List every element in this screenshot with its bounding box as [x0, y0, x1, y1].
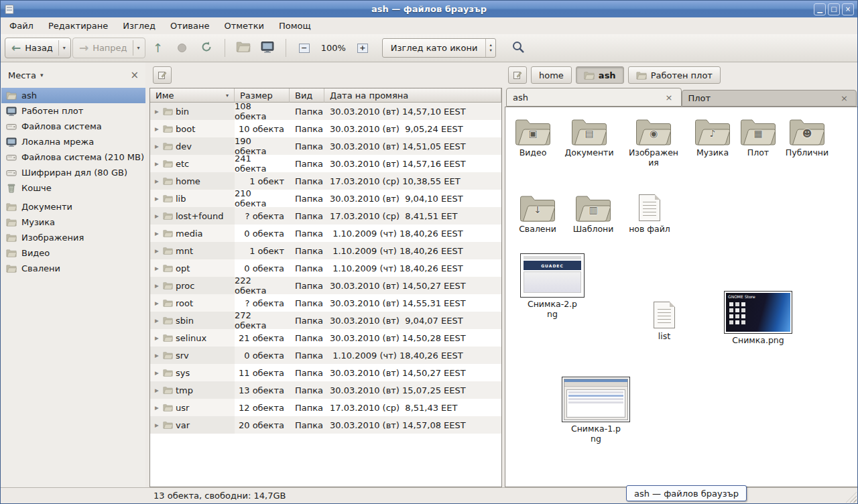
menu-file[interactable]: Файл	[2, 19, 41, 33]
expander-icon[interactable]: ▶	[154, 143, 160, 149]
icon-snimka-1[interactable]: Снимка-1.png	[559, 377, 633, 444]
tab-close-icon[interactable]: ×	[664, 93, 675, 102]
reload-button[interactable]	[195, 38, 218, 58]
mid-pane-location-button[interactable]	[153, 66, 172, 84]
minimize-button[interactable]: ▁	[814, 3, 826, 15]
resize-grip[interactable]	[846, 492, 857, 503]
expander-icon[interactable]: ▶	[154, 248, 160, 254]
icon-snimka-2[interactable]: GUADECСнимка-2.png	[515, 253, 589, 320]
tab-close-icon[interactable]: ×	[839, 94, 850, 103]
menu-bookmarks[interactable]: Отметки	[217, 19, 271, 33]
tree-row-proc[interactable]: ▶proc222 обектаПапка30.03.2010 (вт) 14,5…	[150, 277, 501, 294]
tree-row-var[interactable]: ▶var20 обектаПапка30.03.2010 (вт) 14,57,…	[150, 416, 501, 434]
breadcrumb-desktop[interactable]: Работен плот	[628, 66, 721, 84]
tree-row-selinux[interactable]: ▶selinux21 обектаПапка30.03.2010 (вт) 14…	[150, 329, 501, 346]
expander-icon[interactable]: ▶	[154, 126, 160, 132]
tree-row-lost+found[interactable]: ▶lost+found? обектаПапка17.03.2010 (ср) …	[150, 207, 501, 225]
tree-row-opt[interactable]: ▶opt0 обектаПапка 1.10.2009 (чт) 18,40,2…	[150, 259, 501, 277]
back-dropdown-icon[interactable]: ▾	[58, 40, 68, 56]
expander-icon[interactable]: ▶	[154, 353, 160, 359]
expander-icon[interactable]: ▶	[154, 335, 160, 341]
expander-icon[interactable]: ▶	[154, 370, 160, 376]
places-title[interactable]: Места	[8, 70, 36, 80]
sidebar-item-ash[interactable]: ash	[1, 88, 145, 103]
tree-row-mnt[interactable]: ▶mnt1 обектПапка 1.10.2009 (чт) 18,40,26…	[150, 242, 501, 259]
places-dropdown-icon[interactable]: ▾	[40, 72, 44, 78]
icon-videos[interactable]: ▣Видео	[505, 117, 561, 158]
tree-row-lib[interactable]: ▶lib210 обектаПапка30.03.2010 (вт) 9,04,…	[150, 190, 501, 207]
sidebar-item-videos[interactable]: Видео	[1, 245, 145, 261]
search-button[interactable]	[505, 38, 531, 58]
sidebar-item-pictures[interactable]: Изображения	[1, 230, 145, 245]
column-header-kind[interactable]: Вид	[290, 88, 324, 103]
sidebar-item-encrypted-80gb[interactable]: Шифриран дял (80 GB)	[1, 165, 145, 180]
combo-arrows-icon[interactable]: ▴▾	[485, 39, 495, 57]
tree-row-usr[interactable]: ▶usr12 обектаПапка17.03.2010 (ср) 8,51,4…	[150, 399, 501, 416]
expander-icon[interactable]: ▶	[154, 387, 160, 393]
expander-icon[interactable]: ▶	[154, 178, 160, 184]
icon-documents[interactable]: ▤Документи	[561, 117, 617, 158]
icon-templates[interactable]: ▥Шаблони	[565, 193, 621, 235]
icon-snimka[interactable]: GNOME StoreСнимка.png	[721, 291, 795, 346]
back-button[interactable]: ← Назад ▾	[5, 38, 71, 58]
expander-icon[interactable]: ▶	[154, 283, 160, 289]
tree-row-tmp[interactable]: ▶tmp13 обектаПапка30.03.2010 (вт) 15,07,…	[150, 381, 501, 399]
right-pane-location-button[interactable]	[508, 66, 527, 84]
tree-row-sys[interactable]: ▶sys11 обектаПапка30.03.2010 (вт) 14,50,…	[150, 364, 501, 381]
expander-icon[interactable]: ▶	[154, 196, 160, 202]
close-button[interactable]: ×	[842, 3, 854, 15]
tab-ash[interactable]: ash×	[506, 88, 682, 107]
expander-icon[interactable]: ▶	[154, 231, 160, 237]
breadcrumb-home[interactable]: home	[531, 66, 572, 84]
sidebar-item-filesystem[interactable]: Файлова система	[1, 119, 145, 134]
expander-icon[interactable]: ▶	[154, 213, 160, 219]
sidebar-item-music[interactable]: Музика	[1, 214, 145, 230]
icon-new-file[interactable]: нов файл	[621, 193, 678, 235]
maximize-button[interactable]: □	[828, 3, 840, 15]
breadcrumb-ash[interactable]: ash	[576, 66, 624, 84]
forward-dropdown-icon[interactable]: ▾	[133, 40, 143, 56]
tree-row-media[interactable]: ▶media0 обектаПапка 1.10.2009 (чт) 18,40…	[150, 225, 501, 242]
tree-row-srv[interactable]: ▶srv0 обектаПапка 1.10.2009 (чт) 18,40,2…	[150, 346, 501, 364]
home-button[interactable]	[232, 38, 255, 58]
sidebar-item-desktop[interactable]: Работен плот	[1, 103, 145, 119]
tree-row-sbin[interactable]: ▶sbin272 обектаПапка30.03.2010 (вт) 9,04…	[150, 312, 501, 329]
column-header-size[interactable]: Размер	[235, 88, 290, 103]
icon-list[interactable]: list	[636, 300, 692, 342]
forward-button[interactable]: → Напред ▾	[72, 38, 145, 58]
icon-pictures[interactable]: ◉Изображения	[625, 117, 682, 168]
expander-icon[interactable]: ▶	[154, 318, 160, 324]
tree-row-boot[interactable]: ▶boot10 обектаПапка30.03.2010 (вт) 9,05,…	[150, 120, 501, 137]
up-button[interactable]: ↑	[147, 38, 170, 58]
sidebar-item-network[interactable]: Локална мрежа	[1, 134, 145, 149]
tree-row-bin[interactable]: ▶bin108 обектаПапка30.03.2010 (вт) 14,57…	[150, 103, 501, 120]
view-mode-select[interactable]: Изглед като икони ▴▾	[382, 38, 496, 58]
icon-view[interactable]: ▣Видео▤Документи◉Изображения♪Музика▦Плот…	[505, 107, 858, 487]
sidebar-close-icon[interactable]: ×	[130, 70, 139, 80]
tree-row-dev[interactable]: ▶dev190 обектаПапка30.03.2010 (вт) 14,51…	[150, 137, 501, 155]
menu-go[interactable]: Отиване	[163, 19, 217, 33]
tab-plot[interactable]: Плот×	[682, 90, 857, 107]
sidebar-item-volume-210mb[interactable]: Файлова система (210 MB)	[1, 149, 145, 165]
column-header-name[interactable]: Име▾	[150, 88, 235, 103]
expander-icon[interactable]: ▶	[154, 422, 160, 428]
titlebar[interactable]: ash — файлов браузър ▁ □ ×	[1, 1, 857, 17]
zoom-in-button[interactable]: +	[351, 38, 374, 58]
computer-button[interactable]	[256, 38, 279, 58]
sidebar-item-documents[interactable]: Документи	[1, 199, 145, 214]
sidebar-item-trash[interactable]: Кошче	[1, 180, 145, 196]
expander-icon[interactable]: ▶	[154, 161, 160, 167]
tree-row-root[interactable]: ▶root? обектаПапка30.03.2010 (вт) 14,55,…	[150, 294, 501, 312]
icon-desktop[interactable]: ▦Плот	[730, 117, 786, 158]
expander-icon[interactable]: ▶	[154, 405, 160, 411]
zoom-out-button[interactable]: −	[293, 38, 316, 58]
expander-icon[interactable]: ▶	[154, 109, 160, 115]
icon-downloads[interactable]: ↓Свалени	[509, 193, 566, 235]
expander-icon[interactable]: ▶	[154, 265, 160, 271]
tree-row-home[interactable]: ▶home1 обектПапка17.03.2010 (ср) 10,38,5…	[150, 172, 501, 190]
column-header-modified[interactable]: Дата на промяна	[324, 88, 501, 103]
icon-public[interactable]: ☻Публични	[779, 117, 835, 158]
menu-view[interactable]: Изглед	[115, 19, 163, 33]
menu-edit[interactable]: Редактиране	[41, 19, 115, 33]
sidebar-item-downloads[interactable]: Свалени	[1, 261, 145, 276]
